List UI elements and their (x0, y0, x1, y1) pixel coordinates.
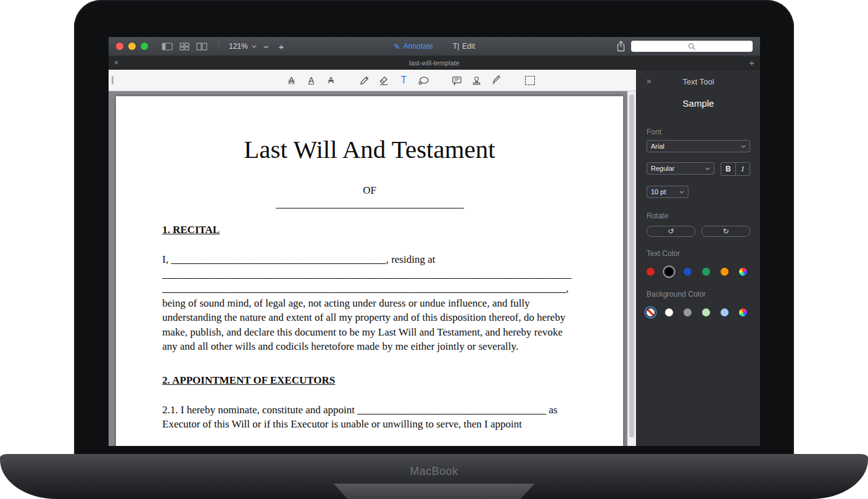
toolbar-drag-handle[interactable] (112, 76, 114, 85)
minimize-window-button[interactable] (128, 43, 136, 50)
rotate-ccw-button[interactable]: ↺ (647, 226, 695, 237)
tab-annotate[interactable]: ✎ Annotate (394, 42, 433, 51)
macbook-screen-bezel: 121% − + ✎ Annotate T| Edit (74, 0, 794, 460)
recital-paragraph: I, _____________________________________… (162, 252, 577, 354)
pen-icon (358, 75, 370, 86)
color-swatch-1fa05a[interactable] (702, 268, 710, 276)
doc-line: being of sound mind, of legal age, not a… (162, 296, 577, 311)
close-window-button[interactable] (116, 43, 123, 50)
zoom-controls: 121% − + (229, 41, 287, 52)
thumbnails-view-icon[interactable] (180, 43, 189, 51)
color-swatch-fffdf2[interactable] (665, 308, 673, 316)
color-swatch-000000[interactable] (665, 268, 673, 276)
chevron-down-icon (741, 145, 746, 148)
doc-line: I, _____________________________________… (162, 252, 577, 267)
panel-title: Text Tool (647, 77, 750, 86)
color-swatch-rainbow[interactable] (739, 308, 747, 316)
chevron-down-icon (252, 45, 257, 48)
text-color-label: Text Color (647, 249, 750, 258)
font-label: Font (647, 128, 750, 136)
app-window: 121% − + ✎ Annotate T| Edit (109, 37, 760, 446)
macbook-lid-notch (334, 484, 535, 499)
text-color-swatches (647, 268, 750, 276)
collapse-panel-icon[interactable]: » (647, 76, 651, 86)
two-page-view-icon[interactable] (196, 43, 207, 51)
panel-header: » Text Tool (647, 77, 750, 87)
shape-icon (418, 75, 430, 86)
color-swatch-b9e8b4[interactable] (702, 308, 710, 316)
rotate-buttons-row: ↺ ↻ (647, 226, 750, 237)
pen-tool-button[interactable] (357, 73, 372, 88)
color-swatch-98989d[interactable] (684, 308, 692, 316)
document-page: Last Will And Testament OF 1. RECITAL I,… (116, 96, 623, 446)
section-heading-executors: 2. APPOINTMENT OF EXECUTORS (162, 374, 577, 387)
font-size-select[interactable]: 10 pt (647, 186, 688, 198)
zoom-level-value[interactable]: 121% (229, 42, 248, 51)
signature-icon (490, 75, 502, 86)
selection-icon (525, 76, 535, 85)
font-family-value: Arial (651, 142, 664, 150)
zoom-out-button[interactable]: − (260, 41, 272, 52)
annotate-pen-icon: ✎ (394, 43, 400, 51)
share-icon[interactable] (616, 41, 626, 52)
note-tool-button[interactable] (450, 73, 465, 88)
doc-line: make, publish, and declare this document… (162, 325, 577, 340)
edit-text-icon: T| (453, 42, 459, 51)
doc-line: understanding the nature and extent of a… (162, 310, 577, 325)
text-tool-icon: T (401, 75, 407, 85)
scrollbar-thumb[interactable] (629, 94, 634, 437)
eraser-icon (378, 75, 390, 86)
background-color-label: Background Color (647, 290, 750, 299)
rotate-cw-icon: ↻ (722, 228, 729, 235)
search-input[interactable] (631, 41, 753, 52)
fullscreen-window-button[interactable] (141, 43, 148, 50)
bold-button[interactable]: B (721, 163, 735, 175)
highlight-tool-button[interactable]: A (284, 73, 299, 88)
color-swatch-none[interactable] (647, 308, 655, 316)
rotate-ccw-icon: ↺ (668, 228, 674, 235)
color-swatch-e0241d[interactable] (647, 268, 655, 276)
chevron-down-icon (705, 167, 710, 170)
zoom-in-button[interactable]: + (275, 41, 287, 52)
font-style-select[interactable]: Regular (647, 162, 714, 175)
eraser-tool-button[interactable] (377, 73, 392, 88)
sidebar-view-icon[interactable] (162, 43, 173, 51)
stamp-tool-button[interactable] (469, 73, 484, 88)
doc-line: ________________________________________… (162, 281, 577, 296)
macbook-mockup: 121% − + ✎ Annotate T| Edit (0, 0, 868, 499)
annotation-toolbar: A A A T (109, 70, 636, 91)
text-tool-panel: » Text Tool Sample Font Arial Regular (636, 70, 760, 446)
search-icon (688, 43, 696, 51)
rotate-cw-button[interactable]: ↻ (701, 226, 750, 237)
color-swatch-rainbow[interactable] (739, 268, 747, 276)
color-swatch-ff9500[interactable] (721, 268, 729, 276)
titlebar-divider (218, 41, 219, 51)
select-tool-button[interactable] (523, 73, 537, 88)
main-content: A A A T (109, 70, 760, 446)
rotate-label: Rotate (647, 212, 750, 220)
name-blank-line (276, 207, 464, 208)
edit-label: Edit (462, 42, 475, 51)
chevron-down-icon (679, 191, 684, 194)
tab-add-button[interactable]: + (749, 57, 754, 68)
strikethrough-tool-button[interactable]: A (324, 73, 339, 88)
window-titlebar: 121% − + ✎ Annotate T| Edit (109, 37, 760, 56)
color-swatch-1e4fc2[interactable] (684, 268, 692, 276)
vertical-scrollbar (627, 91, 636, 446)
font-size-value: 10 pt (651, 188, 666, 196)
note-icon (451, 75, 463, 86)
underline-tool-button[interactable]: A (304, 73, 319, 88)
tab-title[interactable]: last-will-template (109, 59, 760, 67)
font-family-select[interactable]: Arial (647, 140, 750, 152)
font-style-value: Regular (651, 165, 675, 172)
titlebar-right-group (616, 37, 753, 56)
doc-line: 2.1. I hereby nominate, constitute and a… (162, 403, 577, 418)
underline-icon: A (308, 76, 314, 85)
italic-button[interactable]: I (735, 163, 750, 175)
signature-tool-button[interactable] (489, 73, 504, 88)
tab-edit[interactable]: T| Edit (453, 42, 475, 51)
document-of-label: OF (162, 184, 577, 197)
text-tool-button[interactable]: T (397, 73, 411, 88)
color-swatch-a3c9f7[interactable] (721, 308, 729, 316)
shape-tool-button[interactable] (416, 73, 431, 88)
